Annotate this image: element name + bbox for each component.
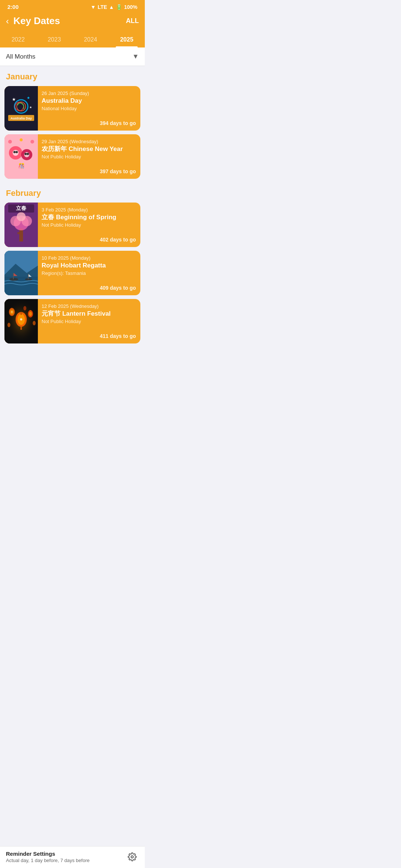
svg-point-16 (27, 153, 29, 155)
svg-point-18 (8, 140, 12, 144)
event-type: Not Public Holiday (42, 222, 136, 228)
event-image-spring: 立春 (4, 203, 38, 247)
event-name: Australia Day (42, 97, 136, 105)
svg-point-54 (23, 306, 26, 310)
svg-point-53 (33, 321, 36, 325)
event-type: National Holiday (42, 106, 136, 111)
tab-2024[interactable]: 2024 (72, 33, 109, 47)
svg-rect-35 (13, 273, 14, 279)
event-date: 10 Feb 2025 (Monday) (42, 255, 136, 261)
lantern-icon (4, 299, 38, 343)
svg-point-50 (29, 312, 32, 316)
filter-label: All Months (6, 53, 35, 60)
signal-label: LTE (98, 4, 107, 10)
svg-rect-44 (20, 312, 22, 315)
svg-point-52 (7, 323, 10, 327)
event-type: Region(s): Tasmania (42, 270, 136, 276)
event-info-cny: 29 Jan 2025 (Wednesday) 农历新年 Chinese New… (38, 134, 140, 179)
event-type: Not Public Holiday (42, 319, 136, 324)
svg-rect-33 (4, 279, 38, 295)
tab-2025[interactable]: 2025 (109, 33, 145, 47)
event-date: 3 Feb 2025 (Monday) (42, 207, 136, 213)
event-days-to-go: 394 days to go (42, 120, 136, 126)
event-info-australia-day: 26 Jan 2025 (Sunday) Australia Day Natio… (38, 86, 140, 131)
svg-point-27 (17, 212, 26, 221)
event-card-beginning-of-spring[interactable]: 立春 3 Feb 2025 (Monday) 立春 Beginning of S… (4, 203, 140, 247)
event-card-australia-day[interactable]: Australia Day ★ ★ ★ 26 Jan 2025 (Sunday)… (4, 86, 140, 131)
tab-2022[interactable]: 2022 (0, 33, 36, 47)
svg-rect-38 (28, 274, 29, 279)
australia-day-icon: Australia Day ★ ★ ★ (6, 93, 36, 123)
svg-text:Australia Day: Australia Day (10, 116, 32, 120)
event-image-cny: 🎊 (4, 134, 38, 179)
content: January Australia Day ★ ★ ★ (0, 66, 145, 377)
battery-label: 100% (124, 4, 137, 10)
event-name: Royal Hobart Regatta (42, 262, 136, 269)
svg-text:立春: 立春 (16, 205, 27, 211)
regatta-icon (4, 251, 38, 295)
svg-point-56 (11, 311, 13, 313)
event-date: 12 Feb 2025 (Wednesday) (42, 303, 136, 309)
event-date: 26 Jan 2025 (Sunday) (42, 91, 136, 96)
wifi-icon: ▼ (91, 4, 96, 10)
status-bar: 2:00 ▼ LTE ▲ 🔋 100% (0, 0, 145, 12)
status-time: 2:00 (7, 4, 19, 10)
year-tabs: 2022 2023 2024 2025 (0, 33, 145, 47)
svg-text:🎊: 🎊 (18, 163, 25, 169)
svg-text:★: ★ (27, 96, 30, 100)
svg-rect-22 (19, 228, 23, 241)
event-image-australia-day: Australia Day ★ ★ ★ (4, 86, 38, 131)
svg-point-19 (30, 140, 34, 144)
event-image-lantern (4, 299, 38, 343)
event-date: 29 Jan 2025 (Wednesday) (42, 139, 136, 144)
svg-point-15 (25, 153, 27, 155)
chevron-down-icon: ▼ (132, 53, 139, 60)
tab-2023[interactable]: 2023 (36, 33, 73, 47)
status-icons: ▼ LTE ▲ 🔋 100% (91, 4, 137, 10)
svg-point-55 (20, 318, 22, 320)
event-card-royal-hobart-regatta[interactable]: 10 Feb 2025 (Monday) Royal Hobart Regatt… (4, 251, 140, 295)
event-days-to-go: 409 days to go (42, 285, 136, 291)
svg-point-20 (20, 138, 23, 141)
event-name: 立春 Beginning of Spring (42, 214, 136, 221)
event-card-chinese-new-year[interactable]: 🎊 29 Jan 2025 (Wednesday) 农历新年 Chinese N… (4, 134, 140, 179)
event-days-to-go: 411 days to go (42, 333, 136, 339)
month-header-february: February (0, 183, 145, 201)
svg-point-13 (13, 151, 16, 153)
event-type: Not Public Holiday (42, 154, 136, 160)
svg-rect-51 (30, 310, 31, 312)
all-button[interactable]: ALL (126, 17, 139, 25)
header: ‹ Key Dates ALL (0, 12, 145, 33)
event-card-lantern-festival[interactable]: 12 Feb 2025 (Wednesday) 元宵节 Lantern Fest… (4, 299, 140, 343)
back-button[interactable]: ‹ (6, 17, 9, 26)
spring-icon: 立春 (4, 203, 38, 247)
event-info-regatta: 10 Feb 2025 (Monday) Royal Hobart Regatt… (38, 251, 140, 295)
event-info-lantern: 12 Feb 2025 (Wednesday) 元宵节 Lantern Fest… (38, 299, 140, 343)
month-header-january: January (0, 66, 145, 85)
event-days-to-go: 397 days to go (42, 168, 136, 174)
event-info-spring: 3 Feb 2025 (Monday) 立春 Beginning of Spri… (38, 203, 140, 247)
filter-bar[interactable]: All Months ▼ (0, 47, 145, 66)
svg-rect-23 (17, 232, 20, 234)
event-name: 元宵节 Lantern Festival (42, 310, 136, 318)
event-days-to-go: 402 days to go (42, 237, 136, 243)
event-name: 农历新年 Chinese New Year (42, 145, 136, 153)
svg-text:★: ★ (29, 106, 32, 109)
signal-bars-icon: ▲ (109, 4, 114, 10)
svg-text:★: ★ (12, 97, 16, 102)
svg-rect-45 (20, 327, 22, 330)
battery-icon: 🔋 (116, 4, 122, 10)
svg-point-11 (13, 150, 19, 156)
svg-point-14 (16, 151, 18, 153)
event-image-regatta (4, 251, 38, 295)
cny-icon: 🎊 (4, 134, 38, 179)
page-title: Key Dates (13, 15, 126, 27)
svg-rect-48 (11, 308, 12, 310)
